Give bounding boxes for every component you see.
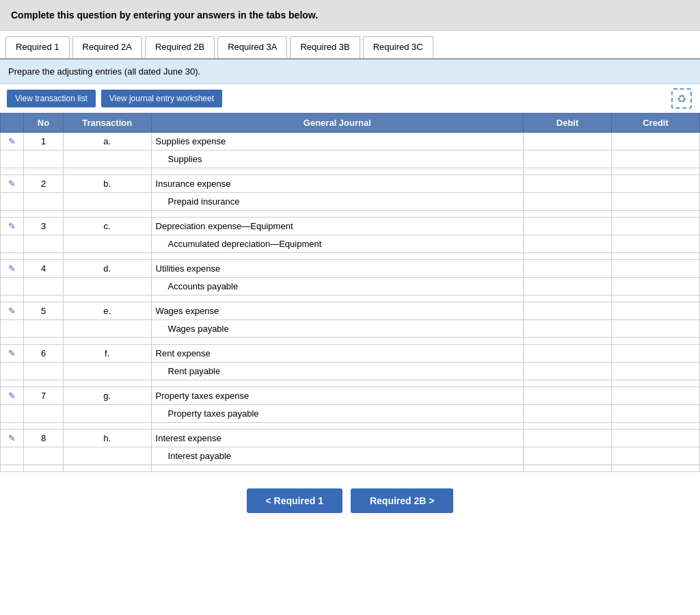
edit-icon[interactable]: ✎ [8, 306, 16, 316]
edit-icon[interactable]: ✎ [8, 221, 16, 231]
no-cell [24, 320, 63, 338]
edit-icon-cell[interactable]: ✎ [1, 133, 24, 151]
debit-cell[interactable] [524, 193, 612, 211]
transaction-cell [63, 405, 151, 423]
debit-cell[interactable] [524, 302, 612, 320]
general-journal-cell[interactable]: Utilities expense [151, 260, 523, 278]
general-journal-cell[interactable]: Accumulated depreciation—Equipment [151, 235, 523, 253]
transaction-cell [63, 363, 151, 380]
edit-icon[interactable]: ✎ [8, 433, 16, 443]
edit-icon-cell[interactable] [1, 193, 24, 211]
edit-icon-cell[interactable] [1, 278, 24, 296]
general-journal-cell[interactable]: Rent expense [151, 345, 523, 363]
credit-cell[interactable] [612, 235, 700, 253]
general-journal-cell[interactable]: Property taxes payable [151, 405, 523, 423]
tab-required3a[interactable]: Required 3A [217, 36, 287, 58]
general-journal-cell[interactable]: Insurance expense [151, 175, 523, 193]
header-credit: Credit [612, 114, 700, 133]
transaction-cell: e. [63, 302, 151, 320]
credit-cell[interactable] [612, 387, 700, 405]
tab-required3c[interactable]: Required 3C [363, 36, 433, 58]
debit-cell[interactable] [524, 387, 612, 405]
edit-icon-cell[interactable] [1, 320, 24, 338]
credit-cell[interactable] [612, 260, 700, 278]
debit-cell[interactable] [524, 345, 612, 363]
debit-cell[interactable] [524, 175, 612, 193]
general-journal-cell[interactable]: Depreciation expense—Equipment [151, 218, 523, 235]
edit-icon-cell[interactable]: ✎ [1, 430, 24, 447]
close-icon-button[interactable]: ♻ [671, 88, 692, 109]
edit-icon-cell[interactable] [1, 235, 24, 253]
credit-cell[interactable] [612, 363, 700, 380]
transaction-cell: f. [63, 345, 151, 363]
credit-cell[interactable] [612, 133, 700, 151]
edit-icon-cell[interactable]: ✎ [1, 218, 24, 235]
general-journal-cell[interactable]: Prepaid insurance [151, 193, 523, 211]
credit-cell[interactable] [612, 218, 700, 235]
credit-cell[interactable] [612, 405, 700, 423]
transaction-cell: h. [63, 430, 151, 447]
tab-required3b[interactable]: Required 3B [290, 36, 360, 58]
edit-icon-cell[interactable]: ✎ [1, 175, 24, 193]
credit-cell[interactable] [612, 278, 700, 296]
no-cell: 5 [24, 302, 63, 320]
edit-icon-cell[interactable]: ✎ [1, 302, 24, 320]
general-journal-cell[interactable]: Supplies [151, 151, 523, 168]
debit-cell[interactable] [524, 430, 612, 447]
general-journal-cell[interactable]: Rent payable [151, 363, 523, 380]
credit-cell[interactable] [612, 320, 700, 338]
general-journal-cell[interactable]: Interest payable [151, 447, 523, 465]
debit-cell[interactable] [524, 405, 612, 423]
edit-icon[interactable]: ✎ [8, 179, 16, 189]
edit-icon-cell[interactable]: ✎ [1, 260, 24, 278]
debit-cell[interactable] [524, 320, 612, 338]
edit-icon[interactable]: ✎ [8, 391, 16, 401]
journal-table: No Transaction General Journal Debit Cre… [0, 113, 700, 472]
transaction-cell: a. [63, 133, 151, 151]
edit-icon-cell[interactable] [1, 447, 24, 465]
general-journal-cell[interactable]: Wages payable [151, 320, 523, 338]
credit-cell[interactable] [612, 175, 700, 193]
debit-cell[interactable] [524, 260, 612, 278]
debit-cell[interactable] [524, 447, 612, 465]
debit-cell[interactable] [524, 363, 612, 380]
header-transaction: Transaction [63, 114, 151, 133]
prev-button[interactable]: < Required 1 [247, 488, 342, 513]
general-journal-cell[interactable]: Supplies expense [151, 133, 523, 151]
header-general-journal: General Journal [151, 114, 523, 133]
edit-icon-cell[interactable] [1, 151, 24, 168]
no-cell [24, 405, 63, 423]
general-journal-cell[interactable]: Interest expense [151, 430, 523, 447]
debit-cell[interactable] [524, 278, 612, 296]
banner-text: Complete this question by entering your … [11, 10, 318, 21]
general-journal-cell[interactable]: Property taxes expense [151, 387, 523, 405]
debit-cell[interactable] [524, 151, 612, 168]
no-cell [24, 363, 63, 380]
edit-icon-cell[interactable]: ✎ [1, 387, 24, 405]
credit-cell[interactable] [612, 193, 700, 211]
credit-cell[interactable] [612, 345, 700, 363]
edit-icon-cell[interactable]: ✎ [1, 345, 24, 363]
credit-cell[interactable] [612, 302, 700, 320]
transaction-cell [63, 447, 151, 465]
edit-icon[interactable]: ✎ [8, 263, 16, 274]
credit-cell[interactable] [612, 447, 700, 465]
tab-required1[interactable]: Required 1 [5, 36, 70, 58]
edit-icon[interactable]: ✎ [8, 348, 16, 358]
debit-cell[interactable] [524, 235, 612, 253]
edit-icon-cell[interactable] [1, 405, 24, 423]
tab-required2a[interactable]: Required 2A [72, 36, 142, 58]
view-transaction-button[interactable]: View transaction list [7, 90, 96, 107]
debit-cell[interactable] [524, 133, 612, 151]
debit-cell[interactable] [524, 218, 612, 235]
table-row: Wages payable [1, 320, 700, 338]
next-button[interactable]: Required 2B > [351, 488, 454, 513]
credit-cell[interactable] [612, 430, 700, 447]
credit-cell[interactable] [612, 151, 700, 168]
edit-icon-cell[interactable] [1, 363, 24, 380]
edit-icon[interactable]: ✎ [8, 136, 16, 146]
general-journal-cell[interactable]: Accounts payable [151, 278, 523, 296]
view-journal-button[interactable]: View journal entry worksheet [101, 90, 222, 107]
tab-required2b[interactable]: Required 2B [145, 36, 215, 58]
general-journal-cell[interactable]: Wages expense [151, 302, 523, 320]
